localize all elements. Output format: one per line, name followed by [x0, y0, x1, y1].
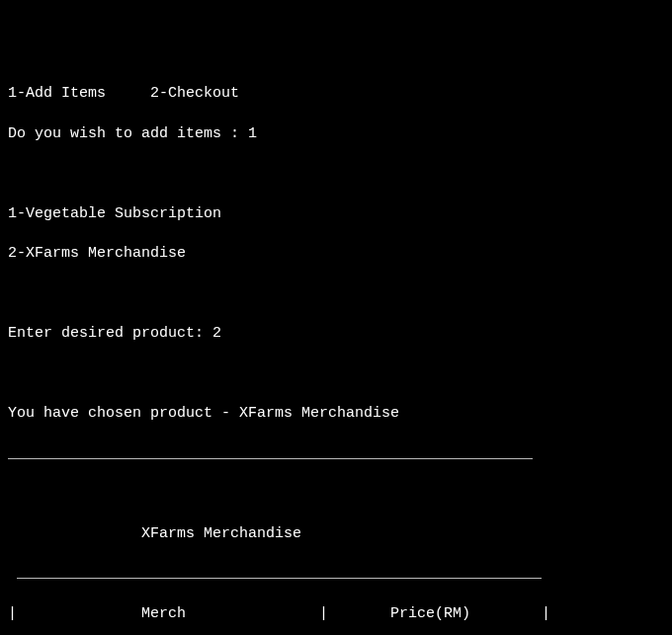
blank: [8, 284, 664, 304]
table-header: | Merch | Price(RM) |: [8, 604, 664, 624]
add-items-line: Do you wish to add items : 1: [8, 124, 664, 144]
menu-options: 1-Add Items 2-Checkout: [8, 84, 664, 104]
table-title: XFarms Merchandise: [8, 524, 664, 544]
product-prompt: Enter desired product:: [8, 325, 212, 342]
hr: ________________________________________…: [8, 444, 664, 464]
product-line: Enter desired product: 2: [8, 324, 664, 344]
table-top-border: ________________________________________…: [8, 564, 664, 584]
product-input[interactable]: 2: [212, 325, 221, 342]
blank: [8, 164, 664, 184]
add-items-input[interactable]: 1: [248, 125, 257, 142]
blank: [8, 364, 664, 384]
chosen-product: You have chosen product - XFarms Merchan…: [8, 404, 664, 424]
option-1: 1-Vegetable Subscription: [8, 204, 664, 224]
option-2: 2-XFarms Merchandise: [8, 244, 664, 264]
blank: [8, 484, 664, 504]
add-items-prompt: Do you wish to add items :: [8, 125, 248, 142]
